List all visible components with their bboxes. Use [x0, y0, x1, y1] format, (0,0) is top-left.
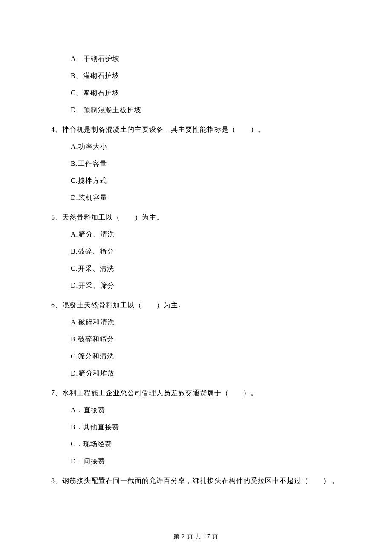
option-text: A.破碎和清洗 — [71, 317, 341, 327]
question-text: 6、混凝土天然骨料加工以（ ）为主。 — [51, 300, 341, 310]
option-text: C.搅拌方式 — [71, 176, 341, 186]
option-text: D、预制混凝土板护坡 — [71, 105, 341, 115]
option-text: B.工作容量 — [71, 159, 341, 169]
question-text: 7、水利工程施工企业总公司管理人员差旅交通费属于（ ）。 — [51, 388, 341, 398]
option-text: D．间接费 — [71, 456, 341, 466]
option-text: B．其他直接费 — [71, 422, 341, 432]
option-text: B.破碎、筛分 — [71, 246, 341, 257]
option-text: A.筛分、清洗 — [71, 229, 341, 240]
option-text: B.破碎和筛分 — [71, 334, 341, 344]
option-text: D.开采、筛分 — [71, 280, 341, 291]
option-text: C．现场经费 — [71, 439, 341, 449]
option-text: D.筛分和堆放 — [71, 368, 341, 379]
option-text: C.开采、清洗 — [71, 263, 341, 274]
question-text: 8、钢筋接头配置在同一截面的允许百分率，绑扎接头在构件的受拉区中不超过（ ）， — [51, 476, 341, 486]
question-text: 5、天然骨料加工以（ ）为主。 — [51, 212, 341, 223]
page-content: A、干砌石护坡B、灌砌石护坡C、浆砌石护坡D、预制混凝土板护坡4、拌合机是制备混… — [0, 0, 392, 510]
option-text: A.功率大小 — [71, 142, 341, 152]
option-text: B、灌砌石护坡 — [71, 71, 341, 81]
option-text: A．直接费 — [71, 405, 341, 415]
option-text: A、干砌石护坡 — [71, 54, 341, 64]
question-text: 4、拌合机是制备混凝土的主要设备，其主要性能指标是（ ）。 — [51, 124, 341, 135]
option-text: C.筛分和清洗 — [71, 351, 341, 361]
option-text: D.装机容量 — [71, 193, 341, 203]
page-footer: 第 2 页 共 17 页 — [0, 533, 392, 541]
option-text: C、浆砌石护坡 — [71, 88, 341, 98]
